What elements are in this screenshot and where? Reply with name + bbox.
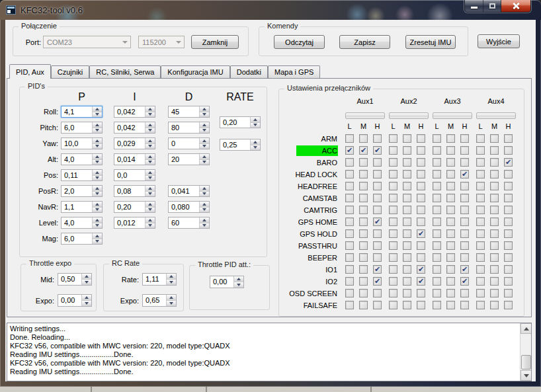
- pid-pitch-p-spinner-down[interactable]: [93, 128, 102, 134]
- aux-check-arm-aux3-h[interactable]: [460, 134, 469, 143]
- aux-check-osd-screen-aux2-h[interactable]: [417, 289, 425, 297]
- aux-check-headfree-aux2-l[interactable]: [389, 182, 397, 190]
- aux-check-gps-home-aux2-m[interactable]: [403, 217, 411, 226]
- aux-check-acc-aux3-l[interactable]: [433, 146, 441, 155]
- pid-level-i-spinner-up[interactable]: [146, 217, 155, 223]
- aux-check-io1-aux4-m[interactable]: [490, 265, 499, 274]
- aux-check-osd-screen-aux4-h[interactable]: [504, 289, 513, 297]
- aux-check-acc-aux3-m[interactable]: [446, 146, 455, 155]
- aux-check-acc-aux3-h[interactable]: [460, 146, 469, 155]
- aux-check-beeper-aux1-h[interactable]: [373, 253, 382, 262]
- aux-check-passthru-aux2-h[interactable]: [417, 241, 425, 250]
- rc-rate-spinner[interactable]: 1,11: [142, 273, 177, 286]
- pid-yaw-i-spinner[interactable]: 0,029: [114, 137, 155, 149]
- aux-check-osd-screen-aux3-h[interactable]: [460, 289, 469, 297]
- aux-check-arm-aux2-m[interactable]: [403, 134, 411, 143]
- aux-check-failsafe-aux3-l[interactable]: [433, 301, 441, 309]
- tab-rc-silniki-serwa[interactable]: RC, Silniki, Serwa: [89, 65, 161, 78]
- aux-check-io2-aux3-h[interactable]: ✔: [460, 277, 469, 286]
- write-button[interactable]: Zapisz: [339, 35, 390, 49]
- aux-check-camstab-aux1-h[interactable]: [373, 194, 382, 202]
- aux-check-camtrig-aux4-m[interactable]: [490, 206, 499, 214]
- aux-check-gps-hold-aux4-l[interactable]: [476, 229, 485, 238]
- aux-check-camstab-aux3-m[interactable]: [446, 194, 455, 202]
- pid-navr-p-spinner[interactable]: 1,1: [61, 201, 103, 213]
- port-combobox-arrow[interactable]: [119, 36, 130, 48]
- aux-check-camtrig-aux4-l[interactable]: [476, 206, 485, 214]
- aux-check-camtrig-aux3-h[interactable]: [460, 206, 469, 214]
- pid-roll-p-spinner-down[interactable]: [93, 112, 102, 118]
- pid-level-p-spinner-up[interactable]: [93, 217, 102, 223]
- aux-check-osd-screen-aux2-m[interactable]: [403, 289, 411, 297]
- minimize-button[interactable]: [465, 0, 483, 12]
- aux-check-camstab-aux1-m[interactable]: [359, 194, 368, 202]
- rate-rollpitch-spinner-down[interactable]: [251, 122, 260, 128]
- tab-pid-aux[interactable]: PID, Aux: [9, 64, 51, 79]
- tab-dodatki[interactable]: Dodatki: [230, 65, 268, 78]
- aux-check-io2-aux2-h[interactable]: ✔: [417, 277, 425, 286]
- throttle-pid-spinner-down[interactable]: [234, 282, 243, 288]
- read-button[interactable]: Odczytaj: [274, 35, 325, 49]
- maximize-button[interactable]: [483, 0, 501, 12]
- aux-check-osd-screen-aux1-h[interactable]: [373, 289, 382, 297]
- titlebar[interactable]: KFC32-tool v0.6: [0, 0, 541, 20]
- aux-check-passthru-aux2-l[interactable]: [389, 241, 397, 250]
- pid-posr-i-spinner-up[interactable]: [146, 186, 155, 191]
- aux-check-camstab-aux4-m[interactable]: [490, 194, 499, 202]
- pid-roll-d-spinner-down[interactable]: [200, 112, 209, 118]
- aux-check-head-lock-aux3-l[interactable]: [433, 170, 441, 178]
- aux-check-acc-aux4-m[interactable]: [490, 146, 499, 155]
- pid-alt-p-spinner-down[interactable]: [93, 159, 102, 165]
- pid-yaw-d-spinner[interactable]: 0: [168, 137, 210, 149]
- aux-check-head-lock-aux1-h[interactable]: [373, 170, 382, 178]
- pid-roll-p-spinner-up[interactable]: [93, 106, 102, 112]
- tab-mapa-i-gps[interactable]: Mapa i GPS: [268, 65, 320, 78]
- aux-check-camtrig-aux1-l[interactable]: [345, 206, 354, 214]
- aux-check-io1-aux4-l[interactable]: [476, 265, 485, 274]
- pid-navr-d-spinner-up[interactable]: [200, 202, 209, 207]
- aux-check-head-lock-aux2-m[interactable]: [403, 170, 411, 178]
- aux-check-camstab-aux4-l[interactable]: [476, 194, 485, 202]
- aux-check-head-lock-aux1-m[interactable]: [359, 170, 368, 178]
- aux-check-headfree-aux1-m[interactable]: [359, 182, 368, 190]
- aux-check-failsafe-aux4-m[interactable]: [490, 301, 499, 309]
- aux-check-passthru-aux1-m[interactable]: [359, 241, 368, 250]
- aux-check-passthru-aux3-l[interactable]: [433, 241, 441, 250]
- aux-check-headfree-aux1-h[interactable]: [373, 182, 382, 190]
- tab-konfiguracja-imu[interactable]: Konfiguracja IMU: [161, 65, 229, 78]
- pid-navr-d-spinner-down[interactable]: [200, 207, 209, 213]
- aux-check-failsafe-aux4-l[interactable]: [476, 301, 485, 309]
- aux-check-gps-hold-aux3-l[interactable]: [433, 229, 441, 238]
- aux-check-osd-screen-aux3-m[interactable]: [446, 289, 455, 297]
- aux-check-gps-home-aux2-h[interactable]: [417, 217, 425, 226]
- pid-navr-p-spinner-down[interactable]: [93, 207, 102, 213]
- pid-level-p-spinner-down[interactable]: [93, 223, 102, 229]
- aux-check-osd-screen-aux3-l[interactable]: [433, 289, 441, 297]
- aux-check-baro-aux2-m[interactable]: [403, 158, 411, 167]
- aux-check-camtrig-aux2-m[interactable]: [403, 206, 411, 214]
- aux-check-gps-home-aux3-l[interactable]: [433, 217, 441, 226]
- pid-level-d-spinner[interactable]: 60: [168, 217, 210, 229]
- scroll-down-button[interactable]: [520, 370, 532, 381]
- aux-check-failsafe-aux2-l[interactable]: [389, 301, 397, 309]
- scroll-up-button[interactable]: [520, 323, 532, 334]
- pid-pitch-p-spinner[interactable]: 6,0: [61, 122, 103, 134]
- aux-check-gps-hold-aux1-m[interactable]: [359, 229, 368, 238]
- aux-check-failsafe-aux1-m[interactable]: [359, 301, 368, 309]
- aux-check-baro-aux3-h[interactable]: [460, 158, 469, 167]
- pid-mag-p-spinner[interactable]: 6,0: [61, 233, 103, 245]
- pid-pos-p-spinner-down[interactable]: [93, 175, 102, 181]
- aux-check-camstab-aux3-h[interactable]: [460, 194, 469, 202]
- pid-navr-i-spinner-down[interactable]: [146, 207, 155, 213]
- aux-check-acc-aux2-m[interactable]: [403, 146, 411, 155]
- aux-check-beeper-aux1-l[interactable]: [345, 253, 354, 262]
- aux-check-arm-aux2-l[interactable]: [389, 134, 397, 143]
- aux-check-passthru-aux3-h[interactable]: [460, 241, 469, 250]
- aux-check-gps-home-aux1-h[interactable]: ✔: [373, 217, 382, 226]
- rate-yaw-spinner-down[interactable]: [251, 145, 260, 151]
- pid-yaw-d-spinner-up[interactable]: [200, 138, 209, 143]
- aux-check-acc-aux1-m[interactable]: ✔: [359, 146, 368, 155]
- aux-check-headfree-aux3-l[interactable]: [433, 182, 441, 190]
- log-scrollbar[interactable]: [520, 323, 531, 381]
- aux-check-failsafe-aux3-h[interactable]: [460, 301, 469, 309]
